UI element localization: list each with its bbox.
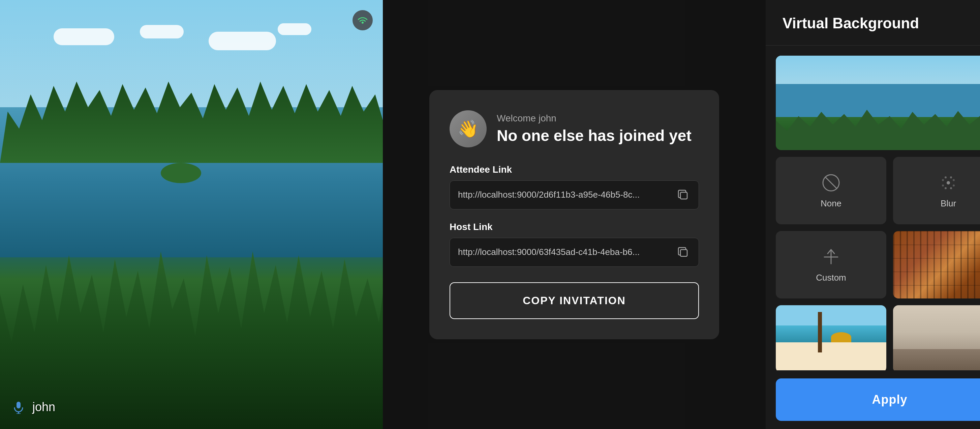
custom-icon bbox=[821, 247, 841, 267]
none-label: None bbox=[821, 198, 842, 209]
dialog-header: 👋 Welcome john No one else has joined ye… bbox=[450, 110, 699, 147]
svg-point-11 bbox=[953, 185, 955, 187]
apply-button[interactable]: Apply bbox=[776, 378, 980, 421]
host-link-input[interactable] bbox=[458, 247, 670, 257]
host-link-row bbox=[450, 238, 699, 267]
attendee-link-label: Attendee Link bbox=[450, 164, 699, 175]
video-background bbox=[0, 0, 383, 429]
avatar: 👋 bbox=[450, 110, 487, 147]
custom-box: Custom bbox=[776, 231, 886, 298]
bg-option-blur[interactable]: Blur bbox=[893, 157, 980, 224]
svg-rect-3 bbox=[680, 192, 687, 199]
cloud bbox=[140, 25, 184, 38]
custom-label: Custom bbox=[816, 273, 846, 283]
svg-point-8 bbox=[942, 179, 944, 181]
username: john bbox=[32, 400, 55, 414]
bookshelf-image bbox=[893, 231, 980, 298]
mic-icon bbox=[10, 399, 27, 416]
copy-host-link-button[interactable] bbox=[676, 245, 690, 260]
svg-rect-4 bbox=[680, 250, 687, 256]
bg-option-custom[interactable]: Custom bbox=[776, 231, 886, 298]
lake-image bbox=[776, 56, 980, 150]
vb-title: Virtual Background bbox=[783, 15, 919, 32]
room-image bbox=[893, 305, 980, 370]
bg-option-lake[interactable] bbox=[776, 56, 980, 150]
svg-point-12 bbox=[945, 176, 947, 179]
svg-rect-0 bbox=[16, 402, 21, 408]
attendee-link-row bbox=[450, 180, 699, 209]
beach-image bbox=[776, 305, 886, 370]
host-link-section: Host Link bbox=[450, 222, 699, 267]
blur-box: Blur bbox=[893, 157, 980, 224]
bg-option-beach[interactable] bbox=[776, 305, 886, 370]
blur-label: Blur bbox=[940, 198, 956, 209]
bg-option-bookshelf[interactable] bbox=[893, 231, 980, 298]
attendee-link-section: Attendee Link bbox=[450, 164, 699, 209]
copy-attendee-link-button[interactable] bbox=[676, 188, 690, 203]
bg-option-none[interactable]: None bbox=[776, 157, 886, 224]
copy-invitation-button[interactable]: COPY INVITATION bbox=[450, 282, 699, 319]
welcome-text: Welcome john No one else has joined yet bbox=[497, 113, 692, 145]
svg-point-7 bbox=[947, 181, 950, 185]
host-link-label: Host Link bbox=[450, 222, 699, 232]
svg-point-13 bbox=[950, 176, 952, 179]
cloud bbox=[208, 32, 276, 50]
none-box: None bbox=[776, 157, 886, 224]
svg-point-10 bbox=[942, 185, 944, 187]
wifi-icon[interactable] bbox=[353, 10, 373, 30]
island bbox=[161, 163, 201, 183]
svg-point-15 bbox=[950, 187, 952, 189]
join-dialog: 👋 Welcome john No one else has joined ye… bbox=[430, 90, 719, 339]
none-icon bbox=[821, 173, 841, 193]
welcome-subtitle: Welcome john bbox=[497, 113, 692, 124]
virtual-background-panel: Virtual Background ✕ None bbox=[766, 0, 980, 429]
center-panel: 👋 Welcome john No one else has joined ye… bbox=[383, 0, 766, 429]
forest-bottom bbox=[0, 236, 383, 429]
user-info: john bbox=[10, 399, 55, 416]
welcome-title: No one else has joined yet bbox=[497, 126, 692, 145]
video-area: john bbox=[0, 0, 383, 429]
vb-header: Virtual Background ✕ bbox=[766, 0, 980, 46]
attendee-link-input[interactable] bbox=[458, 190, 670, 200]
svg-line-6 bbox=[825, 177, 837, 189]
blur-icon bbox=[938, 173, 958, 193]
cloud bbox=[54, 28, 114, 45]
svg-point-14 bbox=[945, 187, 947, 189]
svg-point-9 bbox=[953, 179, 955, 181]
vb-grid: None Blur bbox=[766, 46, 980, 370]
bg-option-room[interactable] bbox=[893, 305, 980, 370]
cloud bbox=[278, 23, 312, 35]
